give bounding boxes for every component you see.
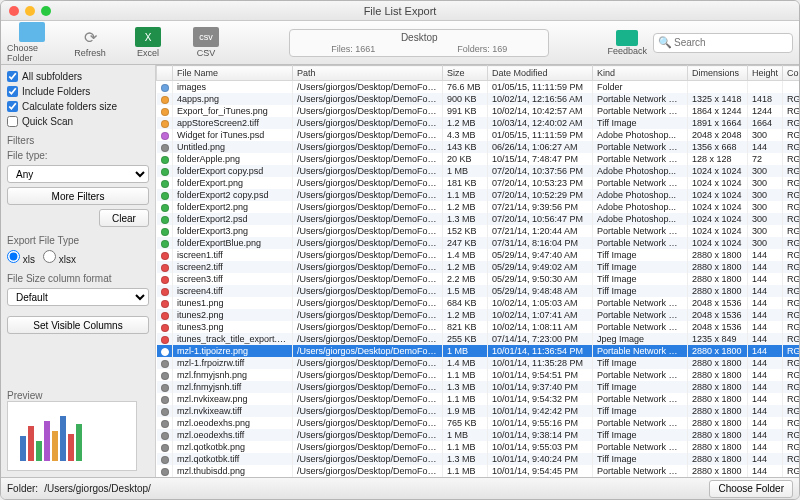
- table-row[interactable]: mzl.fnmyjsnh.png/Users/giorgos/Desktop/D…: [157, 369, 800, 381]
- color-tag-icon: [161, 384, 169, 392]
- csv-button[interactable]: csv CSV: [181, 27, 231, 58]
- column-header[interactable]: Dimensions: [688, 66, 748, 81]
- table-row[interactable]: folderExport2 copy.psd/Users/giorgos/Des…: [157, 189, 800, 201]
- table-row[interactable]: mzl.nvkixeaw.tiff/Users/giorgos/Desktop/…: [157, 405, 800, 417]
- search-input[interactable]: [653, 33, 793, 53]
- more-filters-button[interactable]: More Filters: [7, 187, 149, 205]
- excel-button[interactable]: X Excel: [123, 27, 173, 58]
- table-row[interactable]: itunes2.png/Users/giorgos/Desktop/DemoFo…: [157, 309, 800, 321]
- location-name: Desktop: [290, 32, 548, 43]
- csv-icon: csv: [193, 27, 219, 47]
- column-header[interactable]: Path: [293, 66, 443, 81]
- color-tag-icon: [161, 432, 169, 440]
- svg-rect-2: [28, 426, 34, 461]
- xlsx-radio[interactable]: xlsx: [43, 250, 76, 265]
- column-header[interactable]: Color Space: [783, 66, 800, 81]
- visible-columns-button[interactable]: Set Visible Columns: [7, 316, 149, 334]
- svg-rect-6: [60, 416, 66, 461]
- column-header[interactable]: Date Modified: [488, 66, 593, 81]
- color-tag-icon: [161, 228, 169, 236]
- table-row[interactable]: images/Users/giorgos/Desktop/DemoFolder/…: [157, 81, 800, 94]
- table-row[interactable]: folderExport3.png/Users/giorgos/Desktop/…: [157, 225, 800, 237]
- calc-folder-size-checkbox[interactable]: Calculate folders size: [7, 101, 149, 112]
- color-tag-icon: [161, 300, 169, 308]
- color-tag-icon: [161, 240, 169, 248]
- color-tag-icon: [161, 264, 169, 272]
- column-header[interactable]: Height: [748, 66, 783, 81]
- table-row[interactable]: iscreen4.tiff/Users/giorgos/Desktop/Demo…: [157, 285, 800, 297]
- color-tag-icon: [161, 84, 169, 92]
- feedback-label: Feedback: [607, 46, 647, 56]
- color-tag-icon: [161, 132, 169, 140]
- table-row[interactable]: 4apps.png/Users/giorgos/Desktop/DemoFold…: [157, 93, 800, 105]
- table-row[interactable]: mzl.thubisdd.png/Users/giorgos/Desktop/D…: [157, 465, 800, 477]
- all-subfolders-checkbox[interactable]: All subfolders: [7, 71, 149, 82]
- include-folders-checkbox[interactable]: Include Folders: [7, 86, 149, 97]
- table-row[interactable]: Untitled.png/Users/giorgos/Desktop/DemoF…: [157, 141, 800, 153]
- feedback-icon: [616, 30, 638, 46]
- table-row[interactable]: iscreen3.tiff/Users/giorgos/Desktop/Demo…: [157, 273, 800, 285]
- table-row[interactable]: folderExport copy.psd/Users/giorgos/Desk…: [157, 165, 800, 177]
- table-row[interactable]: appStoreScreen2.tiff/Users/giorgos/Deskt…: [157, 117, 800, 129]
- color-tag-icon: [161, 216, 169, 224]
- folder-path: /Users/giorgos/Desktop/: [44, 483, 703, 494]
- size-format-select[interactable]: Default: [7, 288, 149, 306]
- color-tag-icon: [161, 204, 169, 212]
- color-tag-icon: [161, 108, 169, 116]
- search-icon: 🔍: [658, 36, 672, 49]
- color-tag-icon: [161, 444, 169, 452]
- table-row[interactable]: mzl.qotkotbk.tiff/Users/giorgos/Desktop/…: [157, 453, 800, 465]
- color-tag-icon: [161, 312, 169, 320]
- choose-folder-button[interactable]: Choose Folder: [7, 22, 57, 63]
- color-tag-icon: [161, 288, 169, 296]
- table-row[interactable]: folderExportBlue.png/Users/giorgos/Deskt…: [157, 237, 800, 249]
- color-tag-icon: [161, 408, 169, 416]
- svg-rect-4: [44, 421, 50, 461]
- file-table[interactable]: File NamePathSizeDate ModifiedKindDimens…: [156, 65, 799, 477]
- table-row[interactable]: folderExport.png/Users/giorgos/Desktop/D…: [157, 177, 800, 189]
- color-tag-icon: [161, 348, 169, 356]
- table-row[interactable]: folderApple.png/Users/giorgos/Desktop/De…: [157, 153, 800, 165]
- table-row[interactable]: mzl.oeodexhs.tiff/Users/giorgos/Desktop/…: [157, 429, 800, 441]
- table-row[interactable]: itunes1.png/Users/giorgos/Desktop/DemoFo…: [157, 297, 800, 309]
- table-row[interactable]: mzl.fnmyjsnh.tiff/Users/giorgos/Desktop/…: [157, 381, 800, 393]
- table-row[interactable]: itunes_track_title_export.jpg/Users/gior…: [157, 333, 800, 345]
- table-row[interactable]: Widget for iTunes.psd/Users/giorgos/Desk…: [157, 129, 800, 141]
- file-type-label: File type:: [7, 150, 149, 161]
- table-row[interactable]: iscreen2.tiff/Users/giorgos/Desktop/Demo…: [157, 261, 800, 273]
- column-header[interactable]: [157, 66, 173, 81]
- window-title: File List Export: [1, 5, 799, 17]
- column-header[interactable]: Size: [443, 66, 488, 81]
- table-row[interactable]: mzl-1.tipoizre.png/Users/giorgos/Desktop…: [157, 345, 800, 357]
- refresh-icon: ⟳: [77, 27, 103, 47]
- clear-button[interactable]: Clear: [99, 209, 149, 227]
- table-row[interactable]: mzl.qotkotbk.png/Users/giorgos/Desktop/D…: [157, 441, 800, 453]
- column-header[interactable]: File Name: [173, 66, 293, 81]
- table-row[interactable]: folderExport2.png/Users/giorgos/Desktop/…: [157, 201, 800, 213]
- sidebar: All subfolders Include Folders Calculate…: [1, 65, 156, 477]
- table-row[interactable]: Export_for_iTunes.png/Users/giorgos/Desk…: [157, 105, 800, 117]
- table-row[interactable]: mzl.oeodexhs.png/Users/giorgos/Desktop/D…: [157, 417, 800, 429]
- table-row[interactable]: itunes3.png/Users/giorgos/Desktop/DemoFo…: [157, 321, 800, 333]
- table-row[interactable]: folderExport2.psd/Users/giorgos/Desktop/…: [157, 213, 800, 225]
- xls-radio[interactable]: xls: [7, 250, 35, 265]
- svg-rect-1: [20, 436, 26, 461]
- files-count: Files: 1661: [331, 44, 375, 54]
- svg-rect-7: [68, 434, 74, 461]
- file-type-select[interactable]: Any: [7, 165, 149, 183]
- refresh-button[interactable]: ⟳ Refresh: [65, 27, 115, 58]
- color-tag-icon: [161, 252, 169, 260]
- refresh-label: Refresh: [74, 48, 106, 58]
- color-tag-icon: [161, 396, 169, 404]
- quick-scan-checkbox[interactable]: Quick Scan: [7, 116, 149, 127]
- table-row[interactable]: iscreen1.tiff/Users/giorgos/Desktop/Demo…: [157, 249, 800, 261]
- search-field[interactable]: 🔍: [653, 33, 793, 53]
- svg-rect-8: [76, 424, 82, 461]
- feedback-button[interactable]: Feedback: [607, 30, 647, 56]
- table-row[interactable]: mzl-1.frpoizrw.tiff/Users/giorgos/Deskto…: [157, 357, 800, 369]
- column-header[interactable]: Kind: [593, 66, 688, 81]
- choose-folder-footer-button[interactable]: Choose Folder: [709, 480, 793, 498]
- svg-rect-3: [36, 441, 42, 461]
- table-row[interactable]: mzl.nvkixeaw.png/Users/giorgos/Desktop/D…: [157, 393, 800, 405]
- svg-rect-5: [52, 431, 58, 461]
